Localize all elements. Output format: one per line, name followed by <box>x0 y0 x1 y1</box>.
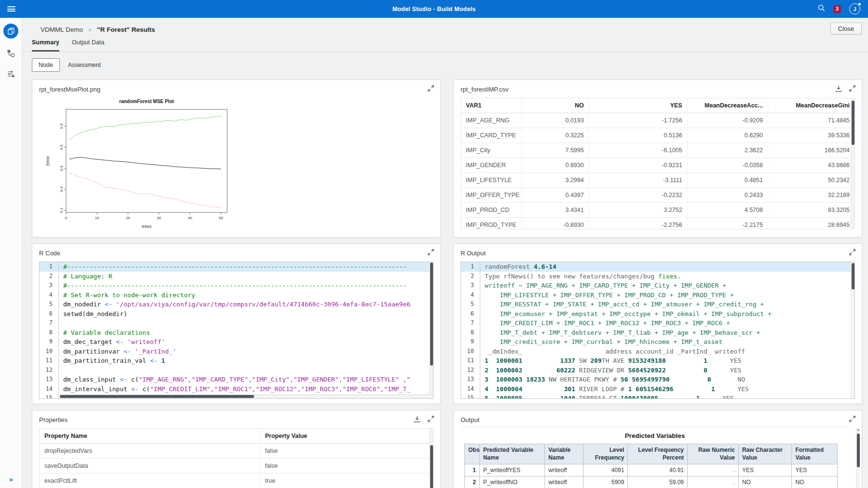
svg-text:30: 30 <box>157 216 161 220</box>
table-row[interactable]: IMP_PROD_CD3.43413.27524.570883.3205 <box>461 203 854 218</box>
table-cell: 40.91 <box>628 464 688 476</box>
line-number: 4 <box>461 290 480 300</box>
toggle-node[interactable]: Node <box>32 58 60 72</box>
scrollbar-thumb[interactable] <box>430 445 433 488</box>
code-line[interactable]: 9 IMP_credit_score + IMP_currbal + IMP_h… <box>461 337 854 347</box>
code-line[interactable]: 7 IMP_CREDIT_LIM + IMP_ROC1 + IMP_ROC12 … <box>461 318 854 328</box>
code-line[interactable]: 14dm_interval_input <- c("IMP_CREDIT_LIM… <box>40 384 433 394</box>
scrollbar-thumb[interactable] <box>60 395 254 398</box>
download-icon[interactable] <box>414 416 420 422</box>
code-line[interactable]: 2Type rfNews() to see new features/chang… <box>461 272 854 281</box>
table-row[interactable]: IMP_AGE_RNG0.0193-1.7256-0.920971.4845 <box>461 113 854 128</box>
column-header[interactable]: MeanDecreaseAcc... <box>687 98 768 113</box>
expand-rail-chevrons[interactable]: » <box>0 475 22 483</box>
expand-icon[interactable] <box>849 249 855 255</box>
code-line[interactable]: 5dm_nodedir <- '/opt/sas/viya/config/var… <box>40 300 433 309</box>
user-avatar[interactable]: J <box>849 3 860 14</box>
column-header[interactable]: Property Name <box>40 429 260 444</box>
table-cell: saveOutputData <box>40 459 260 474</box>
code-line[interactable]: 3#--------------------------------------… <box>40 281 433 290</box>
svg-text:10: 10 <box>95 216 99 220</box>
code-line[interactable]: 10dm_partitionvar <- '_PartInd_' <box>40 347 433 356</box>
code-line[interactable]: 4 IMP_LIFESTYLE + IMP_OFFER_TYPE + IMP_P… <box>461 290 854 300</box>
close-button[interactable]: Close <box>830 23 862 35</box>
code-line[interactable]: 2# Language: R <box>40 272 433 281</box>
code-line[interactable]: 122 1000002 60222 RIDGEVIEW DR 568452092… <box>461 366 854 375</box>
code-line[interactable]: 11dm_partition_train_val <- 1 <box>40 356 433 366</box>
table-cell: P_writeoffYES <box>479 464 544 476</box>
r-output-vertical-scrollbar[interactable] <box>851 262 854 398</box>
table-row[interactable]: exactPctlLifttrue <box>40 474 433 488</box>
scrollbar-thumb[interactable] <box>857 434 860 467</box>
search-icon[interactable] <box>818 4 825 13</box>
rail-item-settings[interactable] <box>7 70 15 80</box>
r-code-vertical-scrollbar[interactable] <box>429 262 433 394</box>
table-row[interactable]: 2P_writeoffNOwriteoff590959.09.NONO <box>465 476 838 488</box>
code-line[interactable]: 6setwd(dm_nodedir) <box>40 309 433 319</box>
expand-icon[interactable] <box>428 85 434 92</box>
r-code-horizontal-scrollbar[interactable] <box>59 394 433 398</box>
line-content <box>59 366 433 375</box>
code-line[interactable]: 4# Set R-work to node-work directory <box>40 290 433 300</box>
table-row[interactable]: IMP_OFFER_TYPE0.4397-0.22320.243332.2189 <box>461 188 854 203</box>
table-cell: -0.2232 <box>589 188 687 203</box>
breadcrumb-parent[interactable]: VDMML Demo <box>41 26 83 33</box>
code-line[interactable]: 1#--------------------------------------… <box>40 262 433 272</box>
table-row[interactable]: IMP_CARD_TYPE0.32250.51360.629039.5336 <box>461 128 854 143</box>
column-header[interactable]: Property Value <box>260 429 433 444</box>
column-header[interactable]: MeanDecreaseGini <box>768 98 854 113</box>
code-line[interactable]: 10 _dmIndex_ address account_id _PartInd… <box>461 347 854 356</box>
rail-item-results[interactable] <box>3 24 18 39</box>
menu-icon[interactable] <box>0 5 22 13</box>
code-line[interactable]: 8# Variable declarations <box>40 328 433 338</box>
expand-icon[interactable] <box>849 416 855 422</box>
column-header[interactable]: VAR1 <box>461 98 522 113</box>
tab-output-data[interactable]: Output Data <box>72 39 104 52</box>
rail-item-pipeline[interactable] <box>7 49 15 59</box>
code-line[interactable]: 3writeoff ~ IMP_AGE_RNG + IMP_CARD_TYPE … <box>461 281 854 290</box>
table-row[interactable]: IMP_GENDER0.6930-0.9231-0.035843.8686 <box>461 158 854 173</box>
expand-icon[interactable] <box>428 249 434 255</box>
table-row[interactable]: dropRejectedVarsfalse <box>40 444 433 459</box>
output-vertical-scrollbar[interactable]: ▲ <box>856 428 860 488</box>
code-line[interactable]: 6 IMP_ecomuser + IMP_empstat + IMP_occty… <box>461 309 854 319</box>
scrollbar-thumb[interactable] <box>430 263 433 366</box>
table-cell: NO <box>792 476 837 488</box>
scrollbar-thumb[interactable] <box>852 101 854 145</box>
table-row[interactable]: IMP_City7.5995-6.10052.3622166.5204 <box>461 143 854 158</box>
code-line[interactable]: 7 <box>40 318 433 328</box>
code-line[interactable]: 133 1000003 18233 NW HERITAGE PKWY # 50 … <box>461 375 854 384</box>
line-number: 8 <box>40 328 59 338</box>
properties-vertical-scrollbar[interactable] <box>429 429 433 488</box>
panel-title: Output <box>454 410 862 426</box>
column-header[interactable]: YES <box>589 98 687 113</box>
panel-r-code: R Code 1#-------------------------------… <box>32 243 441 404</box>
code-line[interactable]: 12 <box>40 366 433 375</box>
code-line[interactable]: 1randomForest 4.6-14 <box>461 262 854 272</box>
code-line[interactable]: 8 IMP_T_debt + IMP_T_debtserv + IMP_T_li… <box>461 328 854 338</box>
column-header[interactable]: NO <box>522 98 589 113</box>
code-line[interactable]: 13dm_class_input <- c("IMP_AGE_RNG","IMP… <box>40 375 433 384</box>
toggle-assessment[interactable]: Assessment <box>62 59 107 71</box>
table-row[interactable]: 1P_writeoffYESwriteoff409140.91.YESYES <box>465 464 838 476</box>
expand-icon[interactable] <box>849 85 855 92</box>
table-row[interactable]: IMP_LIFESTYLE3.2994-3.11110.485150.2342 <box>461 173 854 188</box>
tab-summary[interactable]: Summary <box>32 39 59 52</box>
scrollbar-thumb[interactable] <box>852 263 854 290</box>
code-line[interactable]: 144 1000004 301 RIVER LOOP # 1 605154629… <box>461 384 854 394</box>
table-cell: -1.7256 <box>589 113 687 128</box>
code-line[interactable]: 155 1000005 1040 TERRESA CT 1000430005 1… <box>461 394 854 399</box>
code-line[interactable]: 111 1000001 1337 SW 209TH AVE 9153249180… <box>461 356 854 366</box>
table-row[interactable]: IMP_PROD_TYPE-0.8930-2.2756-2.217528.694… <box>461 218 854 230</box>
line-content: IMP_ecomuser + IMP_empstat + IMP_occtype… <box>480 309 854 319</box>
table-cell: 3.4341 <box>522 203 589 218</box>
code-line[interactable]: 5 IMP_RESSTAT + IMP_STATE + IMP_acct_cd … <box>461 300 854 309</box>
csv-vertical-scrollbar[interactable] <box>851 98 854 229</box>
code-line[interactable]: 9dm_dec_target <- 'writeoff' <box>40 337 433 347</box>
line-content: randomForest 4.6-14 <box>480 262 854 272</box>
scrollbar-up-arrow[interactable]: ▲ <box>856 428 860 431</box>
expand-icon[interactable] <box>428 416 434 422</box>
notifications-badge[interactable]: 3 <box>833 5 841 13</box>
download-icon[interactable] <box>835 85 842 92</box>
table-row[interactable]: saveOutputDatafalse <box>40 459 433 474</box>
